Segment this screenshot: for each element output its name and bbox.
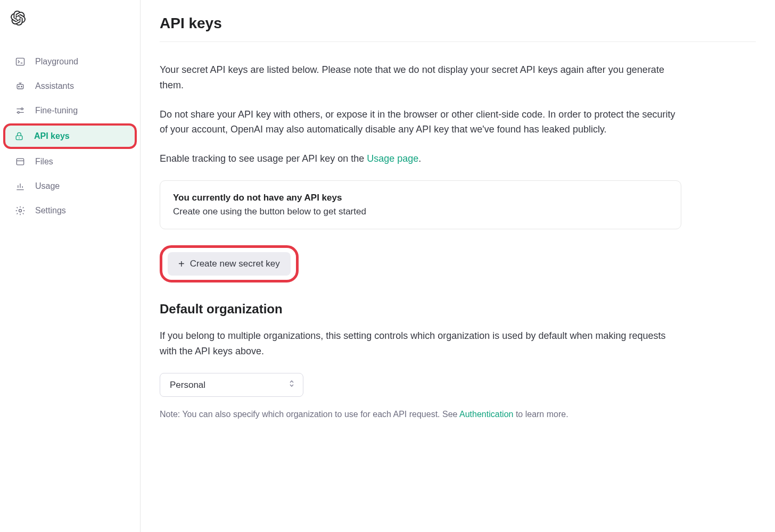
- intro-text-2: Do not share your API key with others, o…: [160, 107, 681, 138]
- sidebar-item-usage[interactable]: Usage: [4, 174, 136, 198]
- footer-note: Note: You can also specify which organiz…: [160, 410, 756, 419]
- svg-point-5: [18, 112, 19, 113]
- sidebar-item-files[interactable]: Files: [4, 150, 136, 173]
- sidebar-item-assistants[interactable]: Assistants: [4, 74, 136, 98]
- note-prefix: Note: You can also specify which organiz…: [160, 410, 459, 419]
- sidebar-item-label: Usage: [35, 181, 60, 191]
- openai-logo-icon: [11, 11, 26, 26]
- sidebar-item-label: Fine-tuning: [35, 106, 78, 115]
- empty-state-subtitle: Create one using the button below to get…: [173, 206, 668, 217]
- organization-select[interactable]: Personal: [160, 373, 303, 397]
- logo: [0, 11, 140, 49]
- svg-point-3: [21, 86, 22, 87]
- robot-icon: [15, 81, 26, 92]
- plus-icon: +: [178, 259, 185, 269]
- sidebar: Playground Assistants Fine-tuning API ke…: [0, 0, 141, 532]
- page-title: API keys: [160, 15, 756, 32]
- empty-state-title: You currently do not have any API keys: [173, 193, 668, 203]
- gear-icon: [15, 205, 26, 216]
- sidebar-item-playground[interactable]: Playground: [4, 50, 136, 73]
- default-org-heading: Default organization: [160, 302, 756, 317]
- sidebar-item-label: Settings: [35, 206, 66, 215]
- create-secret-key-button[interactable]: + Create new secret key: [168, 252, 291, 276]
- create-button-highlight: + Create new secret key: [160, 245, 299, 282]
- org-select-wrap: Personal: [160, 373, 303, 397]
- sidebar-item-api-keys[interactable]: API keys: [3, 123, 137, 149]
- terminal-icon: [15, 56, 26, 67]
- empty-state-box: You currently do not have any API keys C…: [160, 180, 681, 229]
- svg-point-8: [19, 210, 22, 212]
- sidebar-item-label: Files: [35, 157, 53, 167]
- tracking-suffix: .: [418, 153, 421, 164]
- sliders-icon: [15, 105, 26, 116]
- note-suffix: to learn more.: [513, 410, 568, 419]
- sidebar-item-settings[interactable]: Settings: [4, 199, 136, 222]
- default-org-text: If you belong to multiple organizations,…: [160, 328, 681, 359]
- chart-icon: [15, 181, 26, 192]
- authentication-link[interactable]: Authentication: [459, 410, 513, 419]
- intro-text-1: Your secret API keys are listed below. P…: [160, 62, 681, 93]
- tracking-text: Enable tracking to see usage per API key…: [160, 151, 681, 167]
- svg-rect-7: [17, 159, 23, 165]
- svg-point-4: [21, 108, 23, 110]
- folder-icon: [15, 156, 26, 167]
- sidebar-item-fine-tuning[interactable]: Fine-tuning: [4, 99, 136, 122]
- usage-page-link[interactable]: Usage page: [367, 153, 418, 164]
- svg-rect-0: [17, 58, 24, 65]
- create-button-label: Create new secret key: [190, 259, 280, 269]
- svg-point-2: [19, 86, 20, 87]
- sidebar-item-label: API keys: [34, 131, 70, 141]
- main-content: API keys Your secret API keys are listed…: [141, 0, 775, 532]
- sidebar-item-label: Assistants: [35, 81, 74, 91]
- sidebar-item-label: Playground: [35, 57, 78, 66]
- title-divider: [160, 41, 756, 42]
- lock-icon: [14, 131, 24, 142]
- svg-rect-1: [17, 85, 23, 89]
- tracking-prefix: Enable tracking to see usage per API key…: [160, 153, 367, 164]
